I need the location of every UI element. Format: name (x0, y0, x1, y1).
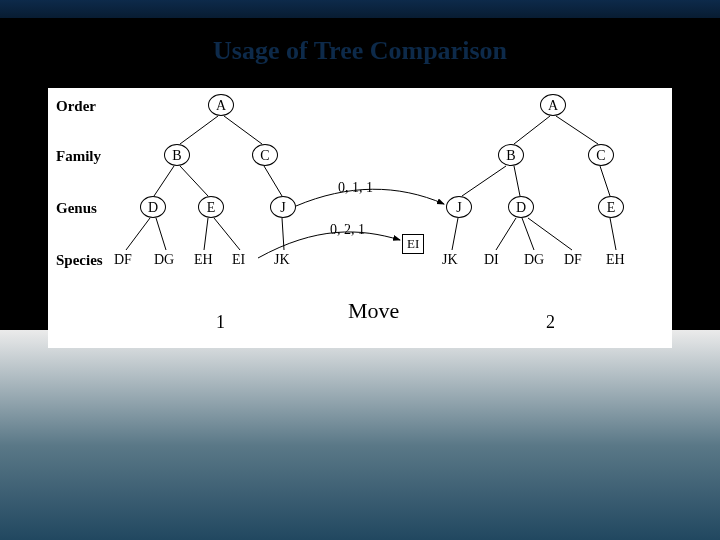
window-top-stripe (0, 0, 720, 18)
svg-line-17 (522, 218, 534, 250)
row-label-order: Order (56, 98, 96, 115)
row-label-genus: Genus (56, 200, 97, 217)
t1-node-C: C (252, 144, 278, 166)
svg-line-6 (156, 218, 166, 250)
t2-floating-ei: EI (402, 234, 424, 254)
slide-title: Usage of Tree Comparison (0, 36, 720, 66)
row-label-family: Family (56, 148, 101, 165)
t2-node-D: D (508, 196, 534, 218)
svg-line-1 (224, 116, 262, 144)
t2-leaf-0: JK (442, 252, 458, 268)
row-label-species: Species (56, 252, 103, 269)
svg-line-15 (452, 218, 458, 250)
t2-leaf-1: DI (484, 252, 499, 268)
svg-line-8 (214, 218, 240, 250)
svg-line-16 (496, 218, 516, 250)
t1-leaf-2: EH (194, 252, 213, 268)
t2-node-B: B (498, 144, 524, 166)
t1-leaf-3: EI (232, 252, 245, 268)
t1-node-E: E (198, 196, 224, 218)
diagram-panel: Order Family Genus Species A B C D E J D… (48, 88, 672, 348)
t1-node-B: B (164, 144, 190, 166)
t1-node-J: J (270, 196, 296, 218)
t1-node-D: D (140, 196, 166, 218)
svg-line-11 (556, 116, 598, 144)
svg-line-12 (462, 166, 506, 196)
background-gradient (0, 330, 720, 540)
t1-node-A: A (208, 94, 234, 116)
arrow-label-2: 0, 2, 1 (330, 222, 365, 238)
tree1-label: 1 (216, 312, 225, 333)
t2-leaf-3: DF (564, 252, 582, 268)
t1-leaf-1: DG (154, 252, 174, 268)
svg-line-5 (126, 218, 150, 250)
svg-line-10 (514, 116, 550, 144)
t2-leaf-2: DG (524, 252, 544, 268)
t1-leaf-4: JK (274, 252, 290, 268)
svg-line-18 (528, 218, 572, 250)
svg-line-13 (514, 166, 520, 196)
t2-node-E: E (598, 196, 624, 218)
operation-label: Move (348, 298, 399, 324)
svg-line-14 (600, 166, 610, 196)
svg-line-9 (282, 218, 284, 250)
t1-leaf-0: DF (114, 252, 132, 268)
svg-line-2 (154, 166, 174, 196)
svg-line-19 (610, 218, 616, 250)
tree2-label: 2 (546, 312, 555, 333)
arrow-label-1: 0, 1, 1 (338, 180, 373, 196)
t2-leaf-4: EH (606, 252, 625, 268)
svg-line-0 (180, 116, 218, 144)
t2-node-A: A (540, 94, 566, 116)
svg-line-7 (204, 218, 208, 250)
svg-line-3 (180, 166, 208, 196)
t2-node-J: J (446, 196, 472, 218)
svg-line-4 (264, 166, 282, 196)
t2-node-C: C (588, 144, 614, 166)
